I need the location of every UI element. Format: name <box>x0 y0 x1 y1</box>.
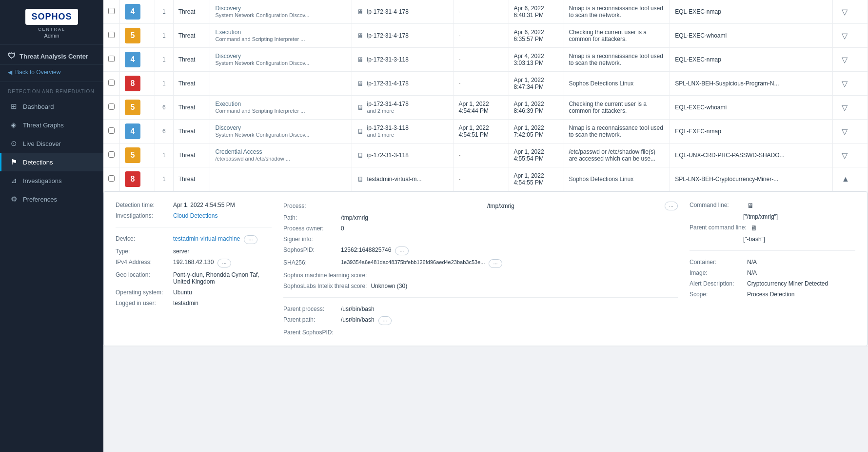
sha256-row: SHA256: 1e39354a6e481dac48375bfebb126fd9… <box>283 259 678 268</box>
row-checkbox[interactable] <box>108 127 115 134</box>
row-checkbox-cell[interactable] <box>103 96 120 120</box>
expand-row-button[interactable]: ▽ <box>838 5 851 19</box>
chevron-cell[interactable]: ▽ <box>832 0 868 24</box>
row-checkbox-cell[interactable] <box>103 24 120 48</box>
rule-cell: EQL-EXEC-whoami <box>670 24 833 48</box>
chevron-cell[interactable]: ▽ <box>832 24 868 48</box>
expand-row-button[interactable]: ▽ <box>838 101 851 114</box>
parent-process-label: Parent process: <box>283 306 337 312</box>
content-area: 4 1 Threat DiscoverySystem Network Confi… <box>103 0 868 452</box>
scope-value: Process Detection <box>747 291 794 298</box>
row-checkbox-cell[interactable] <box>103 72 120 96</box>
type-row: Type: server <box>116 248 272 255</box>
rule-cell: EQL-EXEC-nmap <box>670 48 833 72</box>
expand-row-button[interactable]: ▽ <box>838 149 851 162</box>
process-copy-button[interactable]: ··· <box>665 202 678 210</box>
sidebar-item-threat-graphs[interactable]: ◈ Threat Graphs <box>0 116 103 134</box>
type-cell: Threat <box>173 24 210 48</box>
device-copy-button[interactable]: ··· <box>244 235 257 244</box>
alert-desc-label: Alert Description: <box>690 280 743 287</box>
row-checkbox[interactable] <box>108 175 115 182</box>
ipv4-copy-button[interactable]: ··· <box>217 259 231 267</box>
row-checkbox-cell[interactable] <box>103 167 120 191</box>
chevron-cell[interactable]: ▽ <box>832 120 868 144</box>
ipv4-row: IPv4 Address: 192.168.42.130 ··· <box>116 259 272 267</box>
row-checkbox[interactable] <box>108 151 115 158</box>
process-owner-value: 0 <box>341 225 344 232</box>
sophos-pid-label: SophosPID: <box>283 247 337 253</box>
dashboard-icon: ⊞ <box>9 102 18 111</box>
row-checkbox-cell[interactable] <box>103 120 120 144</box>
investigations-value[interactable]: Cloud Detections <box>173 212 217 219</box>
container-value: N/A <box>747 259 757 266</box>
description-cell: Nmap is a reconnaissance tool used to sc… <box>564 120 670 144</box>
row-checkbox[interactable] <box>108 32 115 38</box>
first-seen-cell: Apr 1, 20224:54:44 PM <box>454 96 509 120</box>
process-label: Process: <box>283 203 337 209</box>
container-row: Container: N/A <box>690 259 855 266</box>
row-checkbox[interactable] <box>108 103 115 110</box>
device-monitor-icon: 🖥 <box>357 175 364 183</box>
sidebar-item-dashboard[interactable]: ⊞ Dashboard <box>0 97 103 116</box>
sidebar-item-preferences[interactable]: ⚙ Preferences <box>0 190 103 208</box>
path-row: Path: /tmp/xmrig <box>283 214 678 221</box>
parent-path-value: /usr/bin/bash <box>341 316 375 323</box>
count-cell: 6 <box>155 96 174 120</box>
category-cell: ExecutionCommand and Scripting Interpret… <box>210 96 352 120</box>
severity-cell: 8 <box>120 72 155 96</box>
rule-cell: SPL-LNX-BEH-Suspicious-Program-N... <box>670 72 833 96</box>
count-cell: 6 <box>155 120 174 144</box>
parent-path-copy-button[interactable]: ··· <box>378 316 392 325</box>
device-monitor-icon: 🖥 <box>357 103 364 111</box>
chevron-cell[interactable]: ▽ <box>832 48 868 72</box>
row-checkbox-cell[interactable] <box>103 0 120 24</box>
command-line-label: Command line: <box>690 202 743 208</box>
expand-row-button[interactable]: ▽ <box>838 53 851 66</box>
tac-label: Threat Analysis Center <box>20 53 88 60</box>
expand-row-button[interactable]: ▽ <box>838 29 851 42</box>
expand-row-button[interactable]: ▽ <box>838 77 851 90</box>
chevron-cell[interactable]: ▽ <box>832 96 868 120</box>
last-seen-cell: Apr 6, 20226:35:57 PM <box>509 24 564 48</box>
expand-row-button[interactable]: ▲ <box>838 173 853 185</box>
back-to-overview[interactable]: ◀ Back to Overview <box>0 65 103 82</box>
row-checkbox-cell[interactable] <box>103 144 120 167</box>
investigations-row: Investigations: Cloud Detections <box>116 212 272 219</box>
chevron-cell[interactable]: ▽ <box>832 72 868 96</box>
detection-time-value: Apr 1, 2022 4:54:55 PM <box>173 202 235 208</box>
path-label: Path: <box>283 214 337 221</box>
sophos-pid-copy-button[interactable]: ··· <box>395 247 408 255</box>
detections-icon: ⚑ <box>9 158 18 166</box>
device-cell: 🖥 ip-172-31-4-178 <box>352 0 454 24</box>
expand-row-button[interactable]: ▽ <box>838 125 851 138</box>
parent-path-row: Parent path: /usr/bin/bash ··· <box>283 316 678 325</box>
rule-cell: EQL-EXEC-whoami <box>670 96 833 120</box>
rule-cell: EQL-UNX-CRD-PRC-PASSWD-SHADO... <box>670 144 833 167</box>
sidebar-item-detections[interactable]: ⚑ Detections <box>0 153 103 171</box>
sidebar-item-investigations[interactable]: ⊿ Investigations <box>0 171 103 190</box>
image-row: Image: N/A <box>690 269 855 276</box>
row-checkbox-cell[interactable] <box>103 48 120 72</box>
device-monitor-icon: 🖥 <box>357 32 364 40</box>
sidebar-item-live-discover[interactable]: ⊙ Live Discover <box>0 134 103 153</box>
command-line-row: Command line: 🖥 <box>690 202 855 209</box>
sha256-copy-button[interactable]: ··· <box>489 259 502 268</box>
parent-cmd-row: Parent command line: 🖥 <box>690 224 855 232</box>
chevron-cell[interactable]: ▲ <box>832 167 868 191</box>
parent-cmd-value-row: ["-bash"] <box>690 236 855 243</box>
device-value[interactable]: testadmin-virtual-machine <box>173 235 240 242</box>
process-row: Process: /tmp/xmrig ··· <box>283 202 678 210</box>
rule-cell: SPL-LNX-BEH-Cryptocurrency-Miner-... <box>670 167 833 191</box>
detection-time-label: Detection time: <box>116 202 169 208</box>
row-checkbox[interactable] <box>108 56 115 62</box>
os-value: Ubuntu <box>173 289 192 296</box>
first-seen-cell: - <box>454 0 509 24</box>
signer-info-label: Signer info: <box>283 236 337 243</box>
table-row: 5 1 Threat ExecutionCommand and Scriptin… <box>103 24 868 48</box>
sidebar-item-label: Preferences <box>23 196 57 203</box>
chevron-cell[interactable]: ▽ <box>832 144 868 167</box>
sha256-label: SHA256: <box>283 259 337 266</box>
logo-sub: CENTRAL <box>38 27 65 32</box>
row-checkbox[interactable] <box>108 8 115 14</box>
row-checkbox[interactable] <box>108 80 115 86</box>
